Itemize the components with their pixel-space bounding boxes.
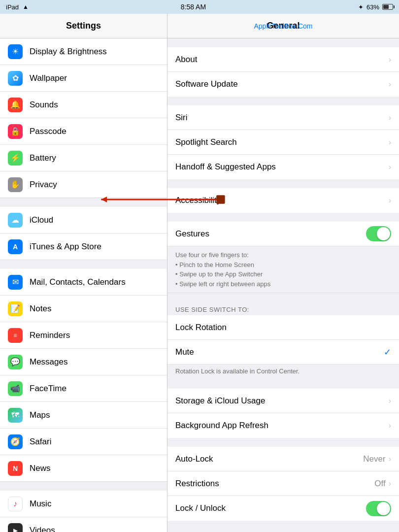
autolock-row[interactable]: Auto-Lock Never ›: [167, 447, 399, 471]
sidebar-item-facetime[interactable]: 📹 FaceTime: [0, 375, 167, 402]
device-label: iPad: [6, 3, 19, 11]
accessibility-chevron: ›: [389, 196, 391, 205]
wifi-icon: ▲: [23, 3, 29, 10]
sidebar-item-battery[interactable]: ⚡ Battery: [0, 145, 167, 171]
mail-icon: ✉: [8, 275, 23, 290]
sidebar-item-messages[interactable]: 💬 Messages: [0, 349, 167, 375]
time-display: 8:58 AM: [181, 3, 206, 11]
wallpaper-icon: ✿: [8, 71, 23, 86]
group-accessibility: Accessibility ›: [167, 188, 399, 213]
passcode-icon: 🔒: [8, 124, 23, 139]
lock-unlock-toggle[interactable]: [366, 501, 391, 516]
facetime-icon: 📹: [8, 381, 23, 396]
side-switch-group: Lock Rotation Mute ✓: [167, 315, 399, 365]
display-icon: ☀: [8, 44, 23, 59]
main-content: General AppleToolBox.Com About › Softwar…: [167, 14, 399, 532]
sidebar-item-wallpaper[interactable]: ✿ Wallpaper: [0, 65, 167, 92]
sidebar-item-passcode[interactable]: 🔒 Passcode: [0, 118, 167, 145]
bluetooth-icon: ✦: [358, 3, 364, 11]
storage-chevron: ›: [389, 397, 391, 405]
autolock-chevron: ›: [389, 455, 391, 464]
gestures-label: Gestures: [175, 229, 366, 239]
sidebar-item-sounds[interactable]: 🔔 Sounds: [0, 92, 167, 118]
spotlight-row[interactable]: Spotlight Search ›: [167, 130, 399, 155]
bg-refresh-row[interactable]: Background App Refresh ›: [167, 413, 399, 438]
maps-icon: 🗺: [8, 408, 23, 423]
group-siri: Siri › Spotlight Search › Handoff & Sugg…: [167, 105, 399, 179]
restrictions-chevron: ›: [389, 479, 391, 488]
sidebar-item-news[interactable]: N News: [0, 455, 167, 482]
main-header: General AppleToolBox.Com: [167, 14, 399, 38]
sidebar-item-privacy[interactable]: ✋ Privacy: [0, 171, 167, 198]
handoff-row[interactable]: Handoff & Suggested Apps ›: [167, 155, 399, 179]
videos-icon: ▶: [8, 523, 23, 532]
software-update-row[interactable]: Software Update ›: [167, 72, 399, 97]
sidebar-item-reminders[interactable]: ≡ Reminders: [0, 322, 167, 349]
group-storage: Storage & iCloud Usage › Background App …: [167, 389, 399, 438]
notes-icon: 📝: [8, 301, 23, 316]
about-row[interactable]: About ›: [167, 47, 399, 72]
spotlight-chevron: ›: [389, 138, 391, 147]
storage-row[interactable]: Storage & iCloud Usage ›: [167, 389, 399, 413]
side-switch-label: USE SIDE SWITCH TO:: [167, 302, 399, 315]
reminders-icon: ≡: [8, 328, 23, 343]
sidebar: Settings ☀ Display & Brightness ✿ Wallpa…: [0, 14, 167, 532]
watermark: AppleToolBox.Com: [254, 22, 312, 30]
mute-row[interactable]: Mute ✓: [167, 340, 399, 365]
gestures-hint: Use four or five fingers to:• Pinch to t…: [167, 246, 399, 293]
sounds-icon: 🔔: [8, 98, 23, 112]
sidebar-item-icloud[interactable]: ☁ iCloud: [0, 207, 167, 233]
restrictions-row[interactable]: Restrictions Off ›: [167, 471, 399, 496]
sidebar-item-music[interactable]: ♪ Music: [0, 491, 167, 517]
battery-percentage: 63%: [366, 3, 379, 11]
group-autolock: Auto-Lock Never › Restrictions Off › Loc…: [167, 447, 399, 521]
software-chevron: ›: [389, 80, 391, 89]
group-about: About › Software Update ›: [167, 47, 399, 97]
handoff-chevron: ›: [389, 163, 391, 171]
news-icon: N: [8, 461, 23, 476]
restrictions-value: Off: [374, 479, 385, 489]
toggle-knob: [377, 227, 390, 240]
sidebar-item-maps[interactable]: 🗺 Maps: [0, 402, 167, 429]
sidebar-item-display[interactable]: ☀ Display & Brightness: [0, 38, 167, 65]
accessibility-row[interactable]: Accessibility ›: [167, 188, 399, 213]
rotation-hint: Rotation Lock is available in Control Ce…: [167, 365, 399, 380]
sidebar-item-videos[interactable]: ▶ Videos: [0, 517, 167, 532]
battery-setting-icon: ⚡: [8, 151, 23, 166]
bg-refresh-chevron: ›: [389, 421, 391, 430]
gestures-toggle[interactable]: [366, 226, 391, 241]
gestures-row: Gestures: [167, 222, 399, 246]
sidebar-title: Settings: [0, 14, 167, 38]
autolock-value: Never: [363, 454, 385, 464]
sidebar-item-safari[interactable]: 🧭 Safari: [0, 429, 167, 455]
messages-icon: 💬: [8, 355, 23, 369]
siri-chevron: ›: [389, 113, 391, 122]
sidebar-item-mail[interactable]: ✉ Mail, Contacts, Calendars: [0, 269, 167, 296]
about-chevron: ›: [389, 55, 391, 64]
privacy-icon: ✋: [8, 177, 23, 192]
icloud-icon: ☁: [8, 213, 23, 228]
music-icon: ♪: [8, 497, 23, 511]
battery-icon: [382, 4, 393, 10]
sidebar-item-itunes[interactable]: A iTunes & App Store: [0, 233, 167, 260]
mute-checkmark: ✓: [384, 347, 391, 358]
status-bar: iPad ▲ 8:58 AM ✦ 63%: [0, 0, 399, 14]
gestures-section: Gestures Use four or five fingers to:• P…: [167, 222, 399, 293]
lock-rotation-row[interactable]: Lock Rotation: [167, 315, 399, 340]
lock-unlock-knob: [377, 502, 390, 515]
lock-unlock-row: Lock / Unlock: [167, 496, 399, 521]
itunes-icon: A: [8, 239, 23, 254]
safari-icon: 🧭: [8, 434, 23, 449]
sidebar-item-notes[interactable]: 📝 Notes: [0, 296, 167, 322]
siri-row[interactable]: Siri ›: [167, 105, 399, 130]
